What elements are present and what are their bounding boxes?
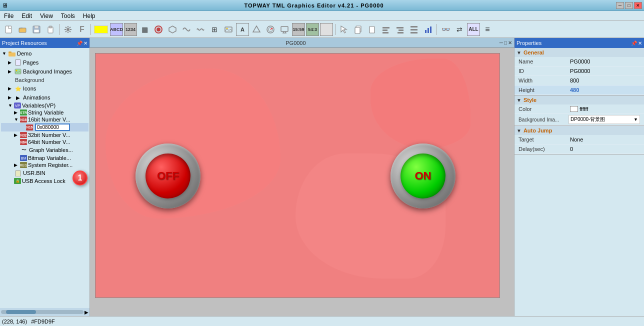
- minimize-button[interactable]: ─: [616, 2, 624, 9]
- tree-toggle-16bit[interactable]: ▼: [14, 117, 20, 122]
- menu-help[interactable]: Help: [81, 12, 98, 20]
- gauge-button[interactable]: [264, 23, 277, 36]
- str-icon: STR: [20, 110, 27, 116]
- properties-pin-btn[interactable]: 📌: [631, 40, 637, 46]
- sine-button[interactable]: [194, 23, 207, 36]
- distribute-button[interactable]: [408, 23, 420, 36]
- tree-item-sys-reg[interactable]: ▶ REG System Register...: [1, 162, 88, 168]
- close-button[interactable]: ✕: [634, 2, 642, 9]
- menu-button[interactable]: ≡: [481, 23, 494, 36]
- canvas-restore-btn[interactable]: □: [504, 40, 507, 46]
- tree-item-string-var[interactable]: ▶ STR String Variable: [1, 109, 88, 116]
- image-button[interactable]: [222, 23, 235, 36]
- card-button[interactable]: [250, 23, 263, 36]
- auto-jump-section-header[interactable]: ▼ Auto Jump: [514, 126, 644, 135]
- scrollbar-thumb[interactable]: [6, 310, 36, 314]
- copy-button[interactable]: [352, 23, 364, 36]
- tree-toggle-animations[interactable]: ▶: [8, 95, 14, 100]
- pg-canvas[interactable]: OFF ON: [95, 53, 500, 298]
- paste3-button[interactable]: [366, 23, 378, 36]
- properties-header: Properties 📌 ✕: [514, 38, 644, 48]
- slider-button[interactable]: 54:3: [306, 23, 319, 36]
- paste-button[interactable]: [44, 23, 57, 36]
- settings-button[interactable]: [62, 23, 74, 36]
- tree-item-64bit[interactable]: N64 64bit Number V...: [1, 138, 88, 146]
- glasses-button[interactable]: 👓: [439, 23, 452, 36]
- tree-toggle-variables[interactable]: ▼: [8, 103, 14, 108]
- menu-edit[interactable]: Edit: [20, 12, 34, 20]
- tree-item-animations[interactable]: ▶ ▶ Animations: [1, 93, 88, 102]
- panel-pin-button[interactable]: 📌: [76, 40, 82, 46]
- tree-toggle-pages[interactable]: ▶: [8, 60, 14, 65]
- tree-toggle-bg-images[interactable]: ▶: [8, 69, 14, 74]
- horizontal-scrollbar[interactable]: ▶: [0, 308, 90, 316]
- tree-item-graph-var[interactable]: 〜 Graph Variables...: [1, 146, 88, 154]
- tree-item-variables[interactable]: ▼ VP Variables(VP): [1, 102, 88, 109]
- save-button[interactable]: [30, 23, 43, 36]
- tree-toggle-demo[interactable]: ▼: [2, 51, 8, 56]
- all-button[interactable]: ALL: [467, 23, 480, 36]
- panel-close-button[interactable]: ✕: [84, 40, 88, 46]
- tree-item-32bit[interactable]: ▶ N32 32bit Number V...: [1, 132, 88, 138]
- style-section-label: Style: [524, 97, 536, 103]
- chart-button[interactable]: [422, 23, 434, 36]
- tree-item-demo[interactable]: ▼ Demo: [1, 49, 88, 58]
- auto-jump-toggle-icon[interactable]: ▼: [516, 128, 522, 134]
- clock-button[interactable]: 15:59: [292, 23, 305, 36]
- bg-image-prop-label: Background Ima...: [518, 117, 568, 122]
- grid-button[interactable]: ⊞: [208, 23, 221, 36]
- tree-item-bg-images[interactable]: ▶ Background Images: [1, 67, 88, 76]
- new-button[interactable]: [2, 23, 15, 36]
- on-button[interactable]: ON: [390, 144, 456, 208]
- style-section-header[interactable]: ▼ Style: [514, 96, 644, 104]
- tree-toggle-32bit[interactable]: ▶: [14, 132, 20, 138]
- tree-toggle-sys-reg[interactable]: ▶: [14, 162, 20, 168]
- tree-label-icons: Icons: [23, 86, 36, 92]
- main-layout: Project Resources 📌 ✕ ▼ Demo ▶ P: [0, 38, 644, 316]
- tree-inline-edit[interactable]: [35, 124, 70, 131]
- menu-file[interactable]: File: [2, 12, 16, 20]
- off-button[interactable]: OFF: [136, 144, 200, 208]
- color-swatch[interactable]: [570, 106, 578, 112]
- style-toggle-icon[interactable]: ▼: [516, 98, 522, 103]
- canvas-content[interactable]: OFF ON: [90, 48, 514, 316]
- bar-button[interactable]: ▦: [138, 23, 151, 36]
- yellow-rect-button[interactable]: [94, 26, 108, 34]
- menu-view[interactable]: View: [38, 12, 55, 20]
- select-button[interactable]: [338, 23, 350, 36]
- wave-button[interactable]: [180, 23, 193, 36]
- tree-toggle-string-var[interactable]: ▶: [14, 110, 20, 115]
- svg-marker-10: [169, 26, 176, 33]
- canvas-minimize-btn[interactable]: ─: [500, 40, 503, 46]
- text-button[interactable]: ABCD: [110, 23, 123, 36]
- open-button[interactable]: [16, 23, 29, 36]
- circle-button[interactable]: [152, 23, 165, 36]
- tree-item-0x080000[interactable]: N16: [1, 123, 88, 132]
- folder-icon: [8, 50, 16, 58]
- label-button[interactable]: A: [236, 23, 249, 36]
- general-toggle-icon[interactable]: ▼: [516, 50, 522, 56]
- maximize-button[interactable]: □: [625, 2, 633, 9]
- number-button[interactable]: 1234: [124, 23, 137, 36]
- general-section-header[interactable]: ▼ General: [514, 48, 644, 57]
- tree-item-icons[interactable]: ▶ ⭐ Icons: [1, 84, 88, 93]
- bg-image-dropdown-icon[interactable]: ▼: [634, 117, 638, 122]
- flip-button[interactable]: ⇄: [453, 23, 466, 36]
- tree-toggle-icons[interactable]: ▶: [8, 86, 14, 91]
- scroll-right-btn[interactable]: ▶: [84, 310, 88, 315]
- font-button[interactable]: F: [76, 23, 88, 36]
- tree-item-16bit[interactable]: ▼ N16 16bit Number V...: [1, 116, 88, 123]
- tree-item-bitmap-var[interactable]: BM Bitmap Variable...: [1, 154, 88, 162]
- align-left-button[interactable]: [380, 23, 392, 36]
- polygon-button[interactable]: [166, 23, 179, 36]
- svg-rect-17: [281, 26, 288, 32]
- align-right-button[interactable]: [394, 23, 406, 36]
- on-button-outer: ON: [390, 144, 456, 208]
- display-button[interactable]: [278, 23, 291, 36]
- scrollbar-track[interactable]: [1, 310, 84, 314]
- properties-close-btn[interactable]: ✕: [638, 40, 642, 46]
- extra-button[interactable]: [320, 23, 333, 36]
- canvas-close-btn[interactable]: ✕: [508, 40, 512, 46]
- menu-tools[interactable]: Tools: [59, 12, 77, 20]
- tree-item-pages[interactable]: ▶ Pages: [1, 58, 88, 67]
